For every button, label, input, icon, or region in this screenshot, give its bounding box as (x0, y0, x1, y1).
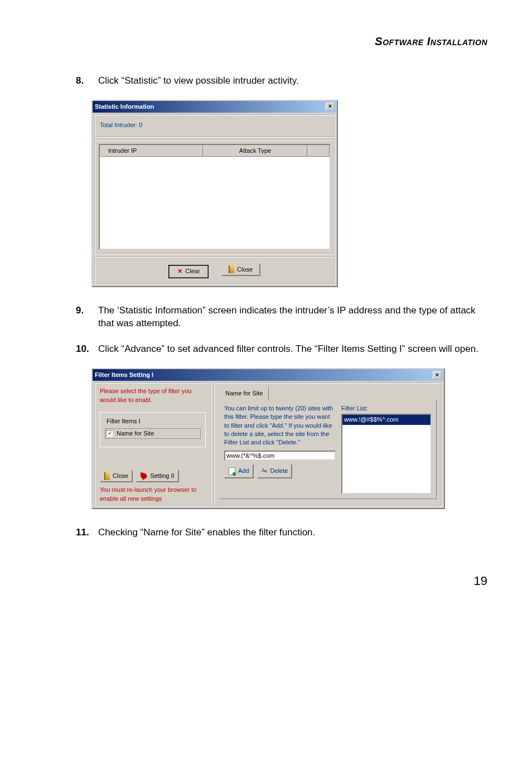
column-blank (307, 145, 330, 157)
site-input[interactable] (224, 451, 336, 461)
delete-button-label: Delete (270, 467, 288, 475)
dialog-title: Statistic Information (95, 103, 154, 111)
page-header: Software Installation (61, 33, 487, 49)
clear-button-label: Clear (185, 267, 200, 275)
setting-ii-button[interactable]: Setting II (136, 470, 178, 482)
tab-body: You can limit up to twenty (20) sites wi… (219, 399, 437, 499)
close-button-label: Close (113, 472, 128, 480)
filter-items-fieldset: Filter Items I ✓ Name for Site (100, 412, 206, 447)
dialog-titlebar: Statistic Information × (93, 101, 337, 113)
fieldset-legend: Filter Items I (105, 417, 142, 425)
step-number: 11. (76, 526, 90, 539)
help-text: You can limit up to twenty (20) sites wi… (224, 404, 336, 447)
step-text: Click “Advance” to set advanced filter c… (98, 342, 487, 356)
column-attack-type[interactable]: Attack Type (203, 145, 307, 157)
filter-list-column: Filter List: www.!@#$$%^.com (341, 404, 432, 494)
filter-list-box[interactable]: www.!@#$$%^.com (341, 414, 432, 494)
add-button[interactable]: Add (224, 464, 254, 478)
page-number: 19 (61, 573, 487, 590)
filter-items-dialog: Filter Items Setting I × Please select t… (91, 368, 445, 509)
checkbox-label: Name for Site (117, 429, 154, 438)
x-icon: ✕ (177, 267, 182, 275)
step-number: 8. (76, 74, 90, 88)
step-11: 11. Checking “Name for Site” enables the… (76, 526, 487, 539)
intruder-listview[interactable]: Intruder IP Attack Type (99, 144, 331, 250)
step-10: 10. Click “Advance” to set advanced filt… (76, 342, 487, 356)
filter-left-pane: Please select the type of filter you wou… (94, 383, 211, 506)
scissors-icon: ✂ (260, 465, 269, 477)
dialog-titlebar: Filter Items Setting I × (93, 369, 444, 381)
relaunch-warning: You must re-launch your browser to enabl… (100, 486, 206, 503)
door-icon (229, 265, 234, 273)
door-icon (104, 472, 110, 480)
step-text: Checking “Name for Site” enables the fil… (98, 526, 487, 539)
help-column: You can limit up to twenty (20) sites wi… (224, 404, 336, 494)
close-button[interactable]: Close (221, 263, 260, 276)
step-number: 10. (76, 342, 90, 356)
filter-right-pane: Name for Site You can limit up to twenty… (214, 383, 442, 506)
statistic-information-dialog: Statistic Information × Total Intruder: … (91, 100, 338, 287)
checkbox-icon[interactable]: ✓ (106, 430, 113, 437)
clear-button[interactable]: ✕ Clear (169, 265, 208, 277)
add-page-icon (229, 467, 235, 475)
step-9: 9. The ‘Statistic Information” screen in… (76, 304, 487, 331)
close-icon[interactable]: × (326, 103, 335, 110)
name-for-site-checkbox[interactable]: ✓ Name for Site (105, 428, 201, 439)
listview-header: Intruder IP Attack Type (100, 145, 330, 157)
total-intruder-label: Total Intruder: 0 (94, 114, 335, 137)
setting-button-label: Setting II (150, 472, 174, 480)
intruder-list-frame: Intruder IP Attack Type (94, 139, 335, 254)
step-number: 9. (76, 304, 90, 331)
column-intruder-ip[interactable]: Intruder IP (100, 145, 203, 157)
dialog-button-row: ✕ Clear Close (94, 257, 335, 284)
step-8: 8. Click “Statistic” to view possible in… (76, 74, 487, 88)
filter-intro-text: Please select the type of filter you wou… (100, 387, 206, 404)
setting-icon (141, 472, 147, 480)
filter-list-label: Filter List: (341, 404, 432, 413)
close-button-label: Close (237, 265, 253, 274)
name-for-site-tab[interactable]: Name for Site (219, 387, 269, 399)
delete-button[interactable]: ✂ Delete (257, 464, 293, 478)
close-icon[interactable]: × (433, 371, 442, 379)
close-button[interactable]: Close (100, 470, 133, 482)
add-button-label: Add (238, 467, 249, 475)
dialog-title: Filter Items Setting I (95, 371, 153, 379)
step-text: The ‘Statistic Information” screen indic… (98, 304, 487, 331)
step-text: Click “Statistic” to view possible intru… (98, 74, 487, 88)
filter-list-item[interactable]: www.!@#$$%^.com (342, 415, 431, 424)
